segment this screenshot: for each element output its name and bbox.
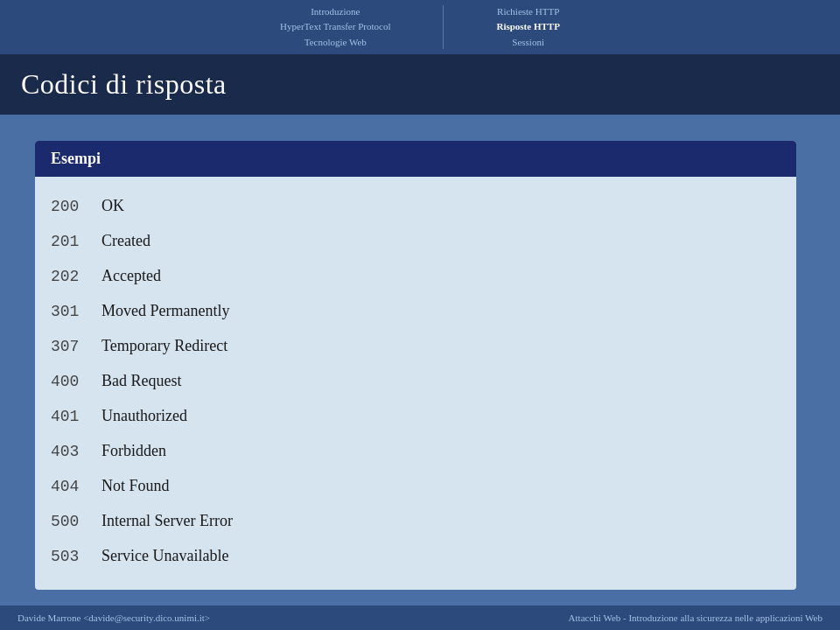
main-content: Esempi 200OK201Created202Accepted301Move… <box>0 115 840 616</box>
nav-link-richieste[interactable]: Richieste HTTP <box>497 5 559 18</box>
status-code: 500 <box>51 510 94 534</box>
status-text: Accepted <box>102 264 161 288</box>
status-text: Unauthorized <box>102 404 187 428</box>
table-row: 503Service Unavailable <box>51 539 780 574</box>
status-text: Service Unavailable <box>102 544 228 568</box>
footer-author: Davide Marrone <davide@security.dico.uni… <box>18 612 210 623</box>
nav-link-sessioni[interactable]: Sessioni <box>512 36 544 49</box>
status-text: Forbidden <box>102 439 166 463</box>
table-row: 403Forbidden <box>51 434 780 469</box>
table-row: 202Accepted <box>51 259 780 294</box>
nav-link-risposte[interactable]: Risposte HTTP <box>496 20 559 33</box>
status-text: Bad Request <box>102 369 182 393</box>
table-row: 401Unauthorized <box>51 399 780 434</box>
nav-link-tecnologie[interactable]: Tecnologie Web <box>304 36 367 49</box>
status-text: Temporary Redirect <box>102 334 228 358</box>
status-code: 200 <box>51 195 94 219</box>
nav-separator <box>443 5 444 49</box>
card-header-title: Esempi <box>51 150 101 167</box>
status-text: OK <box>102 194 124 218</box>
status-code: 202 <box>51 265 94 289</box>
table-row: 500Internal Server Error <box>51 504 780 539</box>
nav-group-richieste: Richieste HTTP Risposte HTTP Sessioni <box>496 5 559 49</box>
table-row: 400Bad Request <box>51 364 780 399</box>
table-row: 200OK <box>51 189 780 224</box>
nav-group-introduzione: Introduzione HyperText Transfer Protocol… <box>280 5 390 49</box>
status-text: Moved Permanently <box>102 299 229 323</box>
table-row: 201Created <box>51 224 780 259</box>
status-code: 403 <box>51 440 94 464</box>
status-text: Created <box>102 229 150 253</box>
top-navigation: Introduzione HyperText Transfer Protocol… <box>0 0 840 54</box>
page-title: Codici di risposta <box>21 68 227 101</box>
card-body: 200OK201Created202Accepted301Moved Perma… <box>35 177 796 590</box>
card-header: Esempi <box>35 141 796 177</box>
page-title-bar: Codici di risposta <box>0 54 840 115</box>
status-code: 307 <box>51 335 94 359</box>
status-text: Internal Server Error <box>102 509 233 533</box>
table-row: 301Moved Permanently <box>51 294 780 329</box>
nav-link-hypertext[interactable]: HyperText Transfer Protocol <box>280 20 390 33</box>
examples-card: Esempi 200OK201Created202Accepted301Move… <box>35 141 796 590</box>
footer: Davide Marrone <davide@security.dico.uni… <box>0 606 840 630</box>
status-code: 404 <box>51 475 94 499</box>
status-code: 503 <box>51 545 94 569</box>
table-row: 307Temporary Redirect <box>51 329 780 364</box>
status-code: 400 <box>51 370 94 394</box>
status-code: 401 <box>51 405 94 429</box>
status-text: Not Found <box>102 474 170 498</box>
status-code: 201 <box>51 230 94 254</box>
status-code: 301 <box>51 300 94 324</box>
footer-course: Attacchi Web - Introduzione alla sicurez… <box>569 612 822 623</box>
table-row: 404Not Found <box>51 469 780 504</box>
nav-link-introduzione[interactable]: Introduzione <box>311 5 360 18</box>
